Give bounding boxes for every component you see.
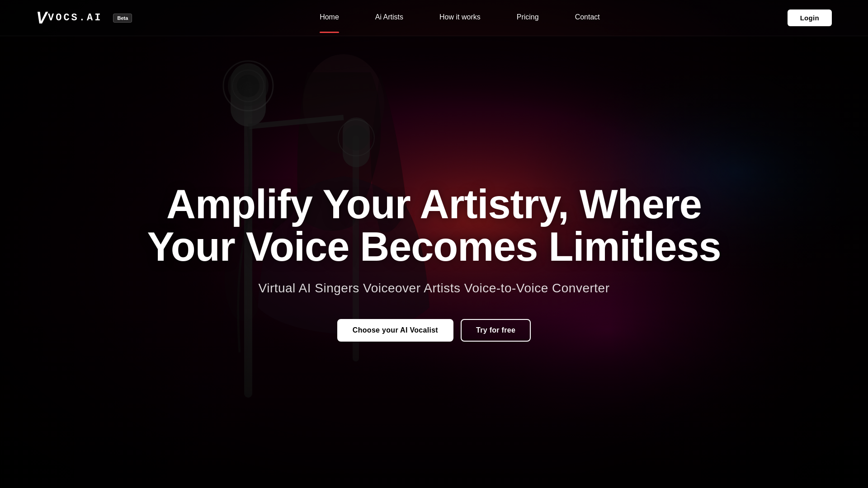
nav-home[interactable]: Home — [320, 13, 339, 23]
nav-pricing[interactable]: Pricing — [517, 13, 539, 23]
logo-mark: V — [36, 10, 46, 26]
navbar-left: V VOCS.AI Beta — [36, 10, 132, 26]
logo-text: VOCS.AI — [48, 12, 102, 23]
choose-vocalist-button[interactable]: Choose your AI Vocalist — [337, 319, 453, 342]
navbar: V VOCS.AI Beta Home Ai Artists How it wo… — [0, 0, 868, 36]
hero-subtitle: Virtual AI Singers Voiceover Artists Voi… — [258, 281, 609, 296]
nav-ai-artists[interactable]: Ai Artists — [375, 13, 403, 23]
nav-contact[interactable]: Contact — [575, 13, 600, 23]
navbar-center: Home Ai Artists How it works Pricing Con… — [320, 13, 600, 23]
nav-how-it-works[interactable]: How it works — [439, 13, 481, 23]
logo: V VOCS.AI — [36, 10, 102, 26]
login-button[interactable]: Login — [788, 9, 832, 26]
hero-buttons: Choose your AI Vocalist Try for free — [337, 319, 531, 342]
beta-badge: Beta — [113, 14, 132, 23]
hero-section: Amplify Your Artistry, Where Your Voice … — [0, 36, 868, 488]
try-free-button[interactable]: Try for free — [461, 319, 531, 342]
hero-title-line2: Your Voice Becomes Limitless — [147, 224, 721, 269]
navbar-right: Login — [788, 9, 832, 26]
hero-title: Amplify Your Artistry, Where Your Voice … — [147, 183, 721, 268]
hero-title-line1: Amplify Your Artistry, Where — [166, 182, 702, 227]
